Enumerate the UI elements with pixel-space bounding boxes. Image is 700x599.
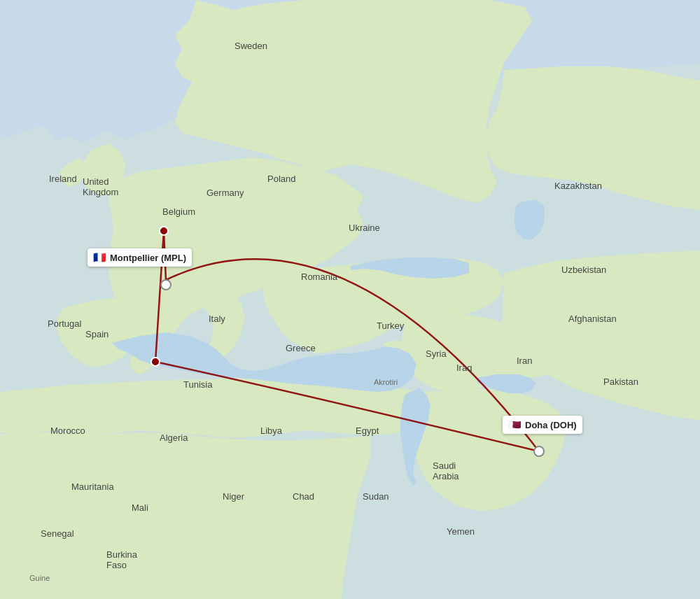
map-container: 🇫🇷 Montpellier (MPL) 🇶🇦 Doha (DOH) Swede… [0, 0, 700, 599]
